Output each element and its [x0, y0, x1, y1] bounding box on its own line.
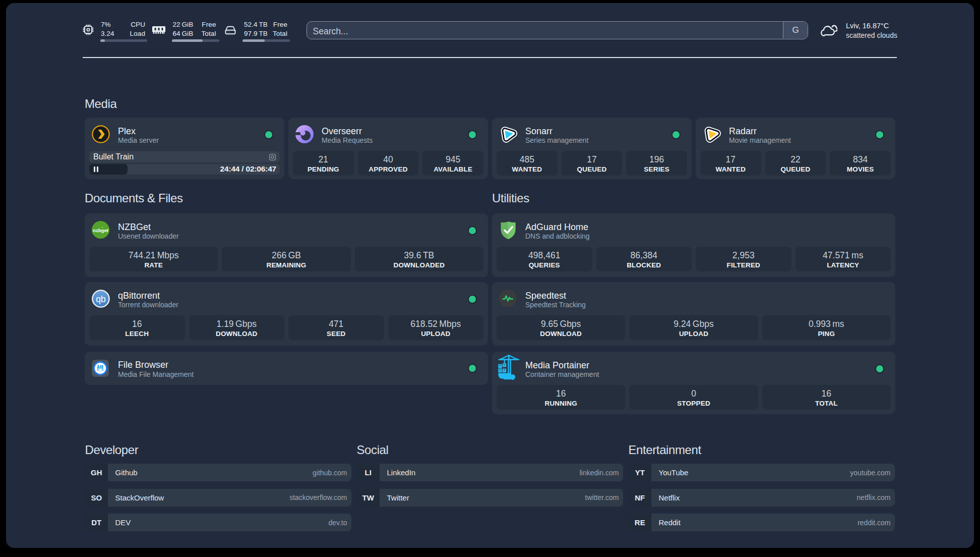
svg-text:nzbget: nzbget [93, 228, 109, 233]
svg-text:qb: qb [96, 294, 105, 304]
